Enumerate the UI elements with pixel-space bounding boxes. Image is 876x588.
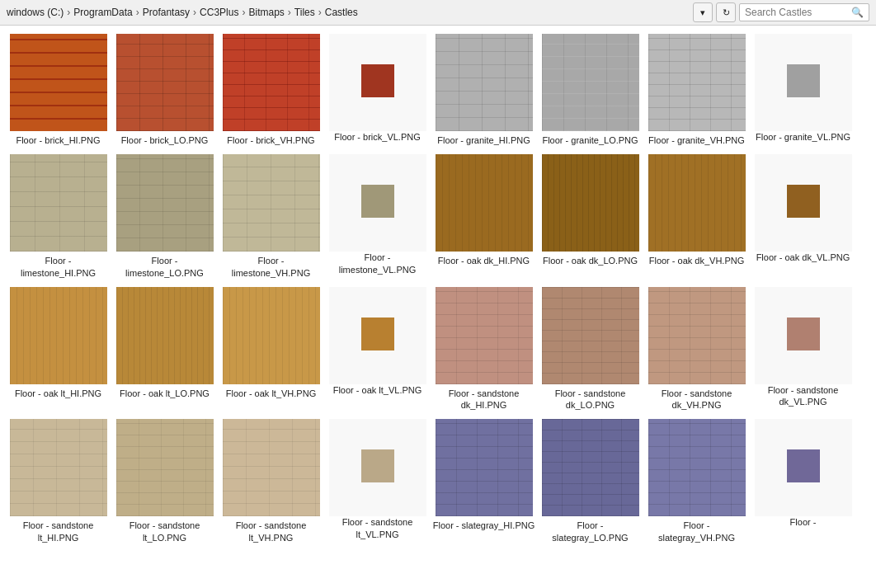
tile-label: Floor - granite_VH.PNG — [648, 134, 745, 146]
tile-label: Floor - oak lt_VH.PNG — [226, 388, 316, 399]
list-item[interactable]: Floor - sandstone dk_VL.PNG — [751, 287, 855, 412]
tile-label: Floor - limestone_HI.PNG — [7, 255, 110, 279]
breadcrumb-profantasy[interactable]: Profantasy — [143, 7, 190, 18]
tile-label: Floor - slategray_VH.PNG — [645, 520, 748, 543]
tile-label: Floor - sandstone lt_VH.PNG — [219, 520, 323, 543]
tile-label: Floor - granite_LO.PNG — [542, 134, 638, 146]
search-input[interactable] — [745, 7, 851, 18]
tile-label: Floor - sandstone dk_LO.PNG — [539, 388, 642, 412]
list-item[interactable]: Floor - granite_VH.PNG — [645, 34, 748, 146]
list-item[interactable]: Floor - oak dk_HI.PNG — [432, 154, 535, 279]
tile-label: Floor - sandstone dk_VL.PNG — [751, 384, 855, 408]
tile-label: Floor - sandstone dk_HI.PNG — [432, 388, 535, 412]
tile-label: Floor - slategray_LO.PNG — [539, 520, 642, 543]
tile-label: Floor - oak lt_VL.PNG — [333, 384, 422, 396]
tile-label: Floor - limestone_LO.PNG — [113, 255, 216, 279]
tile-label: Floor - oak dk_LO.PNG — [543, 255, 638, 266]
list-item[interactable]: Floor - sandstone lt_VH.PNG — [219, 419, 323, 543]
tile-label: Floor - sandstone lt_HI.PNG — [7, 520, 110, 543]
list-item[interactable]: Floor - oak lt_LO.PNG — [113, 287, 216, 412]
tile-label: Floor - oak dk_VH.PNG — [649, 255, 745, 266]
list-item[interactable]: Floor - brick_LO.PNG — [113, 34, 216, 146]
list-item[interactable]: Floor - limestone_VL.PNG — [326, 154, 429, 279]
tile-label: Floor - sandstone dk_VH.PNG — [645, 388, 748, 412]
tile-label: Floor - oak dk_VL.PNG — [756, 252, 850, 263]
list-item[interactable]: Floor - slategray_LO.PNG — [539, 419, 642, 543]
tile-label: Floor - slategray_HI.PNG — [433, 520, 535, 531]
tile-label: Floor - granite_VL.PNG — [756, 131, 850, 143]
list-item[interactable]: Floor - sandstone dk_HI.PNG — [432, 287, 535, 412]
list-item[interactable]: Floor - brick_HI.PNG — [7, 34, 110, 146]
breadcrumb: windows (C:) › ProgramData › Profantasy … — [7, 7, 690, 18]
list-item[interactable]: Floor - granite_HI.PNG — [432, 34, 535, 146]
list-item[interactable]: Floor - — [751, 419, 855, 543]
tiles-grid: Floor - brick_HI.PNGFloor - brick_LO.PNG… — [7, 34, 869, 543]
list-item[interactable]: Floor - limestone_HI.PNG — [7, 154, 110, 279]
breadcrumb-bitmaps[interactable]: Bitmaps — [248, 7, 284, 18]
dropdown-btn[interactable]: ▾ — [693, 2, 713, 22]
refresh-btn[interactable]: ↻ — [716, 2, 736, 22]
search-icon: 🔍 — [851, 7, 864, 18]
title-bar: windows (C:) › ProgramData › Profantasy … — [0, 0, 876, 26]
list-item[interactable]: Floor - limestone_LO.PNG — [113, 154, 216, 279]
tile-label: Floor - — [790, 516, 817, 528]
list-item[interactable]: Floor - oak dk_VL.PNG — [751, 154, 855, 279]
list-item[interactable]: Floor - brick_VH.PNG — [219, 34, 323, 146]
breadcrumb-programdata[interactable]: ProgramData — [73, 7, 132, 18]
tile-label: Floor - granite_HI.PNG — [437, 134, 530, 146]
tile-label: Floor - oak lt_LO.PNG — [120, 388, 210, 399]
list-item[interactable]: Floor - sandstone lt_LO.PNG — [113, 419, 216, 543]
list-item[interactable]: Floor - oak lt_HI.PNG — [7, 287, 110, 412]
list-item[interactable]: Floor - oak dk_LO.PNG — [539, 154, 642, 279]
list-item[interactable]: Floor - sandstone lt_VL.PNG — [326, 419, 429, 543]
breadcrumb-windows[interactable]: windows (C:) — [7, 7, 64, 18]
search-box[interactable]: 🔍 — [739, 3, 869, 21]
tile-label: Floor - limestone_VH.PNG — [219, 255, 323, 279]
tile-label: Floor - oak lt_HI.PNG — [15, 388, 101, 399]
breadcrumb-castles[interactable]: Castles — [325, 7, 358, 18]
list-item[interactable]: Floor - sandstone lt_HI.PNG — [7, 419, 110, 543]
content-area: Floor - brick_HI.PNGFloor - brick_LO.PNG… — [0, 26, 876, 588]
list-item[interactable]: Floor - sandstone dk_VH.PNG — [645, 287, 748, 412]
list-item[interactable]: Floor - oak lt_VL.PNG — [326, 287, 429, 412]
breadcrumb-cc3plus[interactable]: CC3Plus — [200, 7, 238, 18]
breadcrumb-tiles[interactable]: Tiles — [294, 7, 315, 18]
list-item[interactable]: Floor - limestone_VH.PNG — [219, 154, 323, 279]
list-item[interactable]: Floor - slategray_VH.PNG — [645, 419, 748, 543]
tile-label: Floor - brick_VL.PNG — [334, 131, 421, 143]
tile-label: Floor - oak dk_HI.PNG — [438, 255, 530, 266]
list-item[interactable]: Floor - slategray_HI.PNG — [432, 419, 535, 543]
tile-label: Floor - sandstone lt_LO.PNG — [113, 520, 216, 543]
list-item[interactable]: Floor - oak dk_VH.PNG — [645, 154, 748, 279]
tile-label: Floor - limestone_VL.PNG — [326, 252, 429, 275]
tile-label: Floor - brick_VH.PNG — [227, 134, 314, 146]
list-item[interactable]: Floor - granite_VL.PNG — [751, 34, 855, 146]
tile-label: Floor - brick_LO.PNG — [121, 134, 209, 146]
list-item[interactable]: Floor - brick_VL.PNG — [326, 34, 429, 146]
list-item[interactable]: Floor - sandstone dk_LO.PNG — [539, 287, 642, 412]
nav-controls: ▾ ↻ — [693, 2, 736, 22]
list-item[interactable]: Floor - oak lt_VH.PNG — [219, 287, 323, 412]
tile-label: Floor - sandstone lt_VL.PNG — [326, 516, 429, 540]
list-item[interactable]: Floor - granite_LO.PNG — [539, 34, 642, 146]
tile-label: Floor - brick_HI.PNG — [16, 134, 100, 146]
